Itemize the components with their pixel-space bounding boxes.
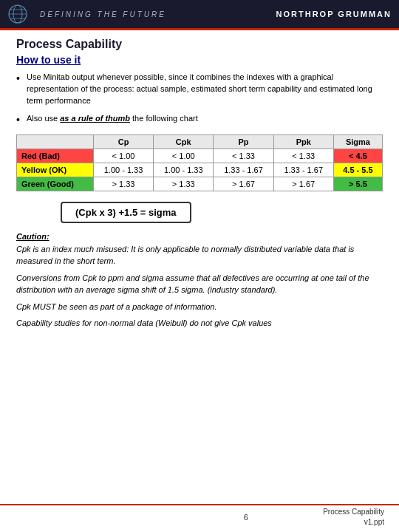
bullet-dot-1: • — [16, 71, 27, 107]
row-label-green: Green (Good) — [17, 177, 94, 191]
row-pp-yellow: 1.33 - 1.67 — [214, 163, 273, 177]
row-label-red: Red (Bad) — [17, 149, 94, 163]
row-ppk-green: > 1.67 — [273, 177, 333, 191]
caution-line4: Capability studies for non-normal data (… — [16, 317, 383, 330]
row-sigma-yellow: 4.5 - 5.5 — [333, 163, 382, 177]
table-row-green: Green (Good) > 1.33 > 1.33 > 1.67 > 1.67… — [17, 177, 383, 191]
caution-line3: Cpk MUST be seen as part of a package of… — [16, 301, 383, 313]
row-cpk-green: > 1.33 — [154, 177, 214, 191]
footer-page-number: 6 — [169, 513, 324, 522]
footer-right: Process Capability v1.ppt — [323, 507, 384, 528]
table-row-red: Red (Bad) < 1.00 < 1.00 < 1.33 < 1.33 < … — [17, 149, 383, 163]
caution-line1: Cpk is an index much misused: It is only… — [16, 243, 383, 267]
col-header-cpk: Cpk — [154, 135, 214, 149]
col-header-pp: Pp — [214, 135, 273, 149]
header-tagline: Defining the Future — [40, 10, 166, 18]
page-title: Process Capability — [16, 38, 383, 51]
bullet-dot-2: • — [16, 112, 27, 127]
capability-table: Cp Cpk Pp Ppk Sigma Red (Bad) < 1.00 < 1… — [16, 134, 383, 191]
globe-icon — [7, 4, 34, 24]
bullet-text-2: Also use as a rule of thumb the followin… — [27, 113, 383, 127]
header: Defining the Future Northrop Grumman — [0, 0, 399, 28]
bullet-item-2: • Also use as a rule of thumb the follow… — [16, 113, 383, 127]
col-header-cp: Cp — [93, 135, 153, 149]
row-pp-green: > 1.67 — [214, 177, 273, 191]
footer-red-line — [0, 504, 399, 505]
bullet-item-1: • Use Minitab output whenever possible, … — [16, 72, 383, 107]
bullet-text-1: Use Minitab output whenever possible, si… — [27, 72, 383, 107]
col-header-ppk: Ppk — [273, 135, 333, 149]
section-heading: How to use it — [16, 54, 383, 66]
row-cpk-red: < 1.00 — [154, 149, 214, 163]
footer-right-line1: Process Capability — [323, 507, 384, 517]
row-cp-yellow: 1.00 - 1.33 — [93, 163, 153, 177]
row-ppk-red: < 1.33 — [273, 149, 333, 163]
formula-box: (Cpk x 3) +1.5 = sigma — [61, 202, 191, 223]
caution-section: Caution: Cpk is an index much misused: I… — [16, 231, 383, 330]
col-header-sigma: Sigma — [333, 135, 382, 149]
footer: 6 Process Capability v1.ppt — [0, 507, 399, 528]
table-header-row: Cp Cpk Pp Ppk Sigma — [17, 135, 383, 149]
header-left: Defining the Future — [7, 4, 166, 24]
caution-label: Caution: — [16, 232, 50, 241]
row-cp-red: < 1.00 — [93, 149, 153, 163]
caution-label-line: Caution: — [16, 231, 383, 243]
col-header-label — [17, 135, 94, 149]
row-sigma-green: > 5.5 — [333, 177, 382, 191]
row-cp-green: > 1.33 — [93, 177, 153, 191]
row-ppk-yellow: 1.33 - 1.67 — [273, 163, 333, 177]
footer-right-line2: v1.ppt — [323, 517, 384, 528]
row-cpk-yellow: 1.00 - 1.33 — [154, 163, 214, 177]
caution-line2: Conversions from Cpk to ppm and sigma as… — [16, 272, 383, 296]
row-sigma-red: < 4.5 — [333, 149, 382, 163]
table-row-yellow: Yellow (OK) 1.00 - 1.33 1.00 - 1.33 1.33… — [17, 163, 383, 177]
header-brand: Northrop Grumman — [276, 10, 392, 18]
row-label-yellow: Yellow (OK) — [17, 163, 94, 177]
row-pp-red: < 1.33 — [214, 149, 273, 163]
main-content: Process Capability How to use it • Use M… — [0, 30, 399, 341]
rule-of-thumb-text: as a rule of thumb — [60, 114, 130, 123]
